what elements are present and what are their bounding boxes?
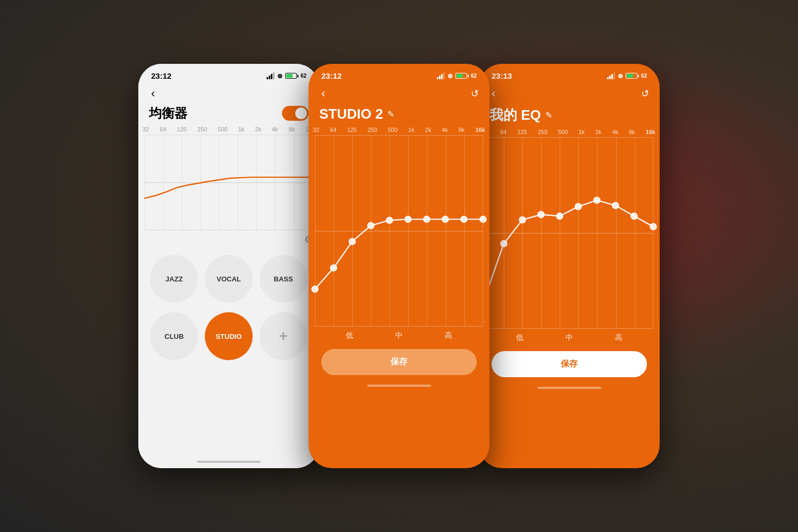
eq-curve-svg-2 [315,136,483,326]
preset-add[interactable]: + [260,312,307,360]
svg-point-13 [538,211,544,218]
eq-title-row: 均衡器 [138,103,319,126]
back-button-2[interactable]: ‹ [319,85,327,103]
svg-point-9 [480,216,486,222]
signal-icon-2 [437,72,445,79]
status-time-3: 23:13 [492,71,512,80]
phone-3: 23:13 ⊛ 62 ‹ ↺ [479,64,660,468]
range-labels-3: 低 中 高 [479,329,660,347]
svg-point-15 [575,203,581,210]
range-labels-2: 低 中 高 [309,327,489,345]
svg-point-12 [519,217,526,223]
nav-bar-3: ‹ ↺ [479,82,660,104]
wifi-icon-3: ⊛ [618,72,623,80]
home-indicator-1 [197,461,261,463]
preset-bass[interactable]: BASS [260,255,307,303]
presets-row-1: JAZZ VOCAL BASS [147,255,311,303]
save-btn-wrap-2: 保存 [309,345,489,381]
preset-studio[interactable]: STUDIO [205,312,253,360]
eq-name-row-2: STUDIO 2 ✎ [309,104,489,127]
status-icons-1: ⊛ 62 [267,72,306,80]
battery-num-2: 62 [471,73,477,79]
svg-point-19 [650,223,656,230]
wifi-icon-2: ⊛ [447,72,453,80]
preset-vocal[interactable]: VOCAL [205,255,253,303]
presets-container: JAZZ VOCAL BASS CLUB STUDIO + [138,248,319,458]
back-button-1[interactable]: ‹ [149,85,157,103]
svg-point-7 [442,216,448,222]
phone-1: 23:12 ⊛ 62 ‹ [138,64,319,468]
battery-icon-3 [626,73,637,79]
eq-name-2: STUDIO 2 [319,106,383,122]
back-button-3[interactable]: ‹ [489,85,497,103]
status-bar-2: 23:12 ⊛ 62 [309,64,489,82]
eq-chart-1[interactable] [145,135,313,230]
eq-name-3: 我的 EQ [489,106,541,124]
phone-2: 23:12 ⊛ 62 ‹ ↺ [309,64,489,468]
preset-jazz[interactable]: JAZZ [150,255,198,303]
status-time-2: 23:12 [321,71,342,80]
signal-icon-3 [607,72,615,79]
home-indicator-2 [367,385,431,387]
status-bar-1: 23:12 ⊛ 62 [138,64,319,82]
eq-name-row-3: 我的 EQ ✎ [479,104,660,129]
status-bar-3: 23:13 ⊛ 62 [479,64,660,82]
freq-labels-3: 32 64 125 250 500 1k 2k 4k 8k 16k [479,129,660,135]
status-icons-3: ⊛ 62 [607,72,647,80]
svg-point-6 [423,216,430,222]
edit-icon-3[interactable]: ✎ [545,110,552,120]
eq-chart-3[interactable] [485,137,653,329]
freq-labels-2: 32 64 125 250 500 1k 2k 4k 8k 16k [309,127,489,133]
save-button-3[interactable]: 保存 [492,351,647,377]
status-icons-2: ⊛ 62 [437,72,477,80]
svg-point-17 [612,202,619,209]
save-btn-wrap-3: 保存 [479,347,660,384]
svg-point-11 [501,240,507,247]
svg-point-5 [405,216,411,222]
svg-point-0 [312,286,318,292]
eq-curve-svg-1 [145,135,313,230]
edit-icon-2[interactable]: ✎ [387,109,394,119]
signal-icon-1 [267,72,275,79]
nav-bar-2: ‹ ↺ [309,82,489,104]
battery-icon-1 [285,73,297,79]
svg-point-16 [594,197,600,203]
svg-point-2 [349,238,355,245]
battery-num-3: 62 [641,73,647,79]
svg-point-8 [461,216,467,222]
preset-club[interactable]: CLUB [150,312,198,360]
svg-point-4 [386,217,393,223]
status-time-1: 23:12 [151,71,171,80]
toggle-knob [295,107,307,119]
wifi-icon-1: ⊛ [277,72,282,80]
phones-container: 23:12 ⊛ 62 ‹ [138,64,660,468]
svg-point-18 [631,213,637,219]
home-indicator-3 [537,387,601,389]
refresh-button-2[interactable]: ↺ [471,88,479,99]
svg-point-14 [556,213,563,219]
eq-toggle[interactable] [282,106,309,121]
presets-row-2: CLUB STUDIO + [147,312,311,360]
refresh-button-3[interactable]: ↺ [641,88,649,99]
eq-page-title: 均衡器 [149,105,187,122]
svg-point-1 [330,265,337,271]
svg-point-3 [368,222,374,229]
eq-chart-2[interactable] [315,135,483,327]
battery-num-1: 62 [301,73,306,79]
battery-icon-2 [455,73,467,79]
freq-labels-1: 32 64 125 250 500 1k 2k 4k 8k 16k [138,126,319,132]
gear-icon-wrap: ⚙ [138,230,319,248]
eq-curve-svg-3 [485,138,653,328]
save-button-2[interactable]: 保存 [321,349,477,375]
